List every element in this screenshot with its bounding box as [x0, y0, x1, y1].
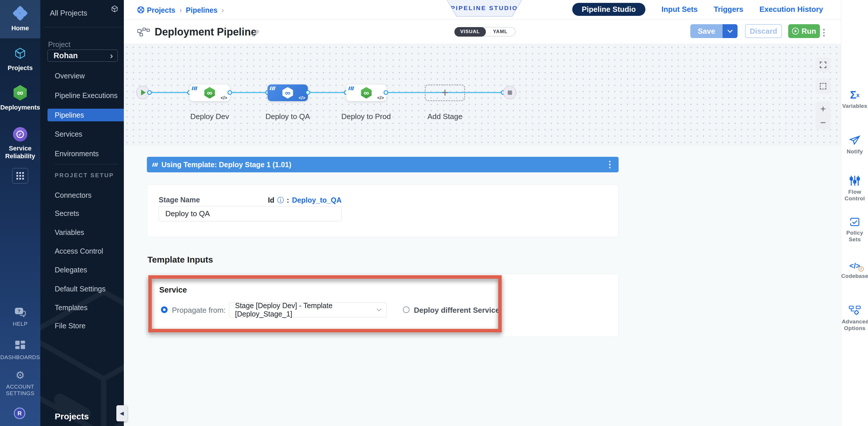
pipeline-end-node — [503, 86, 516, 99]
template-banner[interactable]: Using Template: Deploy Stage 1 (1.01) — [147, 157, 619, 172]
rail-item-home[interactable]: Home — [0, 0, 40, 38]
rail-item-label: Service Reliability — [3, 144, 37, 160]
rail-item-advanced-options[interactable]: Advanced Options — [841, 304, 868, 332]
stage-label[interactable]: Deploy to Prod — [332, 112, 401, 121]
stage-label[interactable]: Deploy to QA — [253, 112, 322, 121]
pipeline-studio-badge-label: PIPELINE STUDIO — [447, 0, 522, 16]
pipeline-title: Deployment Pipeline — [155, 26, 257, 38]
rail-item-notify[interactable]: Notify — [841, 134, 868, 155]
stage-name-input[interactable] — [159, 206, 342, 221]
template-library-icon — [192, 86, 197, 90]
flow-control-sliders-icon — [849, 175, 860, 186]
rail-item-variables[interactable]: Σx Variables — [841, 89, 868, 109]
stage-id-value[interactable]: Deploy_to_QA — [292, 196, 342, 204]
rail-item-projects[interactable]: Projects — [0, 43, 40, 75]
rail-item-flow-control[interactable]: Flow Control — [841, 175, 868, 202]
play-icon — [141, 90, 146, 95]
tab-pipeline-studio[interactable]: Pipeline Studio — [572, 3, 645, 16]
sidebar-item-pipeline-executions[interactable]: Pipeline Executions — [55, 91, 118, 100]
info-icon[interactable]: ⓘ — [277, 196, 284, 205]
template-inputs-heading: Template Inputs — [148, 255, 213, 264]
help-chat-icon: ? — [14, 307, 26, 318]
toggle-visual[interactable]: VISUAL — [455, 27, 486, 37]
sidebar-item-default-settings[interactable]: Default Settings — [55, 284, 106, 293]
zoom-in-button[interactable]: + — [815, 102, 831, 116]
rail-item-label: Home — [11, 24, 29, 32]
template-library-icon — [270, 86, 275, 90]
fullscreen-button[interactable] — [815, 57, 831, 72]
sidebar-item-overview[interactable]: Overview — [55, 72, 85, 80]
module-rail: Home Projects ∞ Deployments ✓ Service Re… — [0, 0, 40, 426]
rail-item-label: DASHBOARDS — [0, 354, 40, 361]
tab-triggers[interactable]: Triggers — [714, 5, 743, 14]
breadcrumb: Projects › Pipelines › — [147, 6, 224, 15]
rail-item-label: Deployments — [0, 104, 40, 111]
all-projects-link[interactable]: All Projects — [50, 9, 87, 18]
breadcrumb-pipelines[interactable]: Pipelines — [186, 6, 217, 15]
rail-item-dashboards[interactable]: DASHBOARDS — [0, 337, 40, 363]
rail-item-label: Codebase — [841, 273, 868, 279]
run-button[interactable]: Run — [788, 24, 820, 38]
zoom-controls: + − — [815, 102, 831, 130]
user-avatar[interactable]: R — [14, 407, 25, 419]
rail-item-deployments[interactable]: ∞ Deployments — [0, 79, 40, 117]
sidebar-item-pipelines[interactable]: Pipelines — [48, 109, 124, 121]
template-library-icon — [349, 86, 354, 90]
all-projects-cube-icon[interactable] — [110, 5, 119, 13]
marquee-select-button[interactable] — [815, 79, 831, 94]
projects-cube-icon — [13, 47, 27, 61]
rail-item-help[interactable]: ? HELP — [0, 304, 40, 330]
tab-input-sets[interactable]: Input Sets — [661, 5, 698, 14]
stage-node-deploy-to-qa[interactable]: ∞ </> — [268, 84, 308, 101]
save-dropdown-button[interactable] — [722, 24, 738, 38]
sidebar-item-access-control[interactable]: Access Control — [55, 247, 103, 255]
deployments-icon: ∞ — [13, 85, 27, 101]
sidebar-item-environments[interactable]: Environments — [55, 149, 99, 158]
sidebar-item-templates[interactable]: Templates — [55, 303, 88, 312]
pipeline-canvas[interactable]: ∞ </> ∞ </> ∞ </> + Deploy Dev Deploy to… — [124, 44, 841, 146]
sidebar-item-variables[interactable]: Variables — [55, 228, 84, 237]
add-stage-button[interactable]: + — [425, 84, 465, 101]
stage-node-deploy-dev[interactable]: ∞ </> — [189, 84, 230, 101]
discard-button[interactable]: Discard — [745, 24, 782, 38]
template-banner-text: Using Template: Deploy Stage 1 (1.01) — [161, 161, 291, 169]
project-selector[interactable]: Rohan › — [48, 50, 118, 62]
sidebar-item-secrets[interactable]: Secrets — [55, 209, 79, 218]
sidebar-item-file-store[interactable]: File Store — [55, 321, 86, 330]
connector-dot — [306, 90, 310, 95]
rail-item-label: Notify — [847, 148, 863, 155]
stage-label[interactable]: Deploy Dev — [175, 112, 244, 121]
advanced-options-icon — [849, 304, 861, 316]
sidebar-item-services[interactable]: Services — [55, 130, 82, 138]
rail-item-codebase[interactable]: </>! Codebase — [841, 259, 868, 279]
connector-dot — [147, 90, 152, 95]
toggle-yaml[interactable]: YAML — [485, 27, 515, 36]
id-separator: : — [286, 196, 289, 204]
pipeline-toolbar: Deployment Pipeline VISUAL YAML Save Dis… — [124, 20, 841, 44]
grid-icon — [17, 172, 24, 179]
rail-item-service-reliability[interactable]: ✓ Service Reliability — [0, 121, 40, 166]
pipeline-studio-badge: PIPELINE STUDIO — [447, 0, 522, 17]
sidebar-item-delegates[interactable]: Delegates — [55, 265, 87, 274]
sidebar-item-connectors[interactable]: Connectors — [55, 191, 92, 199]
cd-stage-icon: ∞ — [282, 87, 293, 98]
sidebar-collapse-button[interactable]: ◀ — [116, 405, 127, 421]
connector-dot — [383, 90, 388, 95]
toolbar-kebab-menu[interactable] — [823, 29, 825, 37]
edit-pencil-icon[interactable] — [251, 28, 260, 37]
tab-execution-history[interactable]: Execution History — [760, 5, 823, 14]
run-button-label: Run — [802, 27, 816, 36]
template-banner-kebab-menu[interactable] — [609, 161, 611, 169]
rail-item-policy-sets[interactable]: Policy Sets — [841, 216, 868, 243]
add-stage-label[interactable]: Add Stage — [410, 112, 479, 121]
id-label: Id — [268, 196, 274, 204]
save-button[interactable]: Save — [690, 24, 722, 38]
breadcrumb-separator: › — [221, 6, 224, 15]
rail-item-label: HELP — [13, 320, 28, 327]
zoom-out-button[interactable]: − — [815, 116, 831, 130]
template-library-icon — [153, 163, 158, 167]
breadcrumb-projects[interactable]: Projects — [147, 6, 175, 15]
module-picker-button[interactable] — [12, 168, 28, 183]
rail-item-account-settings[interactable]: ⚙ ACCOUNT SETTINGS — [0, 369, 40, 398]
stage-node-deploy-to-prod[interactable]: ∞ </> — [346, 84, 386, 101]
